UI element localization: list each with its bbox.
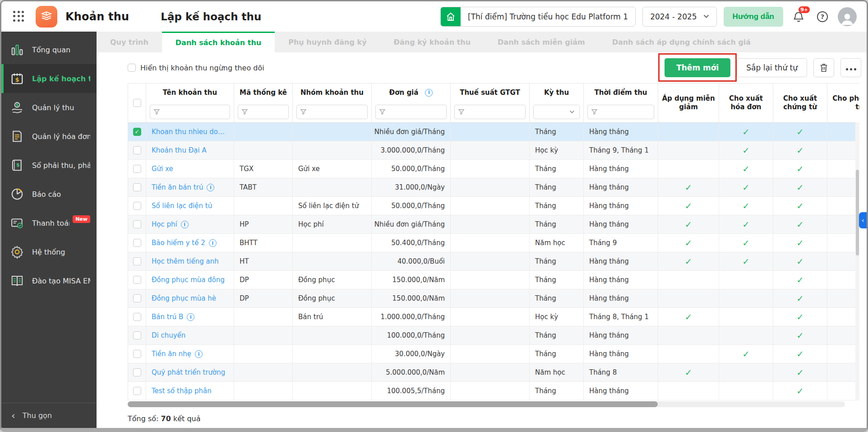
row-checkbox[interactable] bbox=[133, 331, 141, 339]
checkbox[interactable] bbox=[128, 64, 136, 72]
fee-name-link[interactable]: Khoan thu nhieu don gia bbox=[152, 128, 228, 136]
fee-name-link[interactable]: Tiền ăn bán trú bbox=[152, 183, 203, 191]
fee-name-link[interactable]: Tiền ăn nhẹ bbox=[152, 350, 191, 358]
sidebar-item-invoice[interactable]: Quản lý hóa đơn bbox=[1, 122, 97, 151]
sidebar-collapse-button[interactable]: ‹ Thu gọn bbox=[1, 403, 97, 428]
table-row[interactable]: ✓Khoan thu nhieu don giaNhiều đơn giá/Th… bbox=[128, 123, 859, 141]
period-filter-select[interactable] bbox=[533, 105, 580, 119]
group-filter-input[interactable] bbox=[296, 105, 368, 119]
table-row[interactable]: Khoản thu Đại A3.000.000,0/ThángHọc kỳTh… bbox=[128, 141, 859, 160]
table-row[interactable]: Đồng phục mùa hèDPĐồng phục150.000,0/Năm… bbox=[128, 289, 859, 308]
cell-exempt bbox=[658, 382, 719, 400]
row-checkbox[interactable] bbox=[133, 183, 141, 191]
tab-2[interactable]: Danh sách khoản thu bbox=[162, 32, 275, 52]
fee-name-link[interactable]: Học thêm tiếng anh bbox=[152, 257, 219, 265]
horizontal-scrollbar-thumb[interactable] bbox=[128, 401, 658, 407]
table-row[interactable]: Học phíiHPHọc phíNhiều đơn giá/ThángThán… bbox=[128, 215, 859, 234]
table-row[interactable]: Học thêm tiếng anhHT40.000,0/BuổiThángHà… bbox=[128, 252, 859, 271]
fee-name-link[interactable]: Sổ liên lạc điện tử bbox=[152, 202, 212, 210]
table-row[interactable]: Bảo hiểm y tế 2iBHTT50.400,0/ThángNăm họ… bbox=[128, 234, 859, 252]
vat-filter-input[interactable] bbox=[454, 105, 526, 119]
info-icon[interactable]: i bbox=[209, 239, 217, 247]
app-grid-icon[interactable] bbox=[13, 11, 25, 23]
row-checkbox[interactable] bbox=[133, 294, 141, 302]
cell-name: Sổ liên lạc điện tử bbox=[146, 197, 234, 215]
sidebar-item-pie-chart[interactable]: Báo cáo bbox=[1, 180, 97, 209]
table-row[interactable]: Test số thập phân100.005,5/ThángThángHàn… bbox=[128, 382, 859, 400]
table-row[interactable]: Tiền ăn bán trúiTABT31.000,0/NgàyThángHà… bbox=[128, 178, 859, 197]
delete-button[interactable] bbox=[813, 58, 834, 77]
fee-name-link[interactable]: Khoản thu Đại A bbox=[152, 146, 207, 154]
fee-name-link[interactable]: Bảo hiểm y tế 2 bbox=[152, 239, 205, 247]
tab-1[interactable]: Quy trình bbox=[97, 32, 162, 52]
price-filter-input[interactable] bbox=[375, 105, 447, 119]
sidebar-item-bar-chart[interactable]: Tổng quan bbox=[1, 35, 97, 64]
user-avatar[interactable] bbox=[838, 7, 857, 26]
show-inactive-checkbox[interactable]: Hiển thị khoản thu ngừng theo dõi bbox=[128, 64, 264, 72]
row-checkbox[interactable] bbox=[133, 276, 141, 284]
fee-name-link[interactable]: Gửi xe bbox=[152, 165, 173, 173]
row-checkbox[interactable] bbox=[133, 387, 141, 395]
sidebar-item-open-book[interactable]: Đào tạo MISA EMIS bbox=[1, 266, 97, 295]
expand-panel-tab[interactable]: ‹ bbox=[859, 212, 867, 228]
person-icon bbox=[840, 11, 855, 26]
sidebar-item-calendar-money[interactable]: $Lập kế hoạch thu bbox=[1, 64, 97, 93]
sidebar-item-hand-coin[interactable]: $Quản lý thu bbox=[1, 93, 97, 122]
info-icon[interactable]: i bbox=[181, 221, 189, 228]
info-icon[interactable]: i bbox=[207, 184, 214, 191]
tab-4[interactable]: Đăng ký khoản thu bbox=[380, 32, 484, 52]
year-selector[interactable]: 2024 - 2025 bbox=[642, 7, 716, 27]
fee-name-link[interactable]: Bán trú B bbox=[152, 313, 183, 321]
table-row[interactable]: Gửi xeTGXGửi xe50.000,0/ThángThángHàng t… bbox=[128, 160, 859, 178]
check-icon: ✓ bbox=[685, 201, 692, 211]
row-checkbox[interactable] bbox=[133, 220, 141, 228]
info-icon[interactable]: i bbox=[187, 313, 194, 321]
sidebar-item-ledger-book[interactable]: $Sổ phải thu, phải trả bbox=[1, 151, 97, 180]
tab-6[interactable]: Danh sách áp dụng chính sách giá bbox=[599, 32, 764, 52]
fee-name-link[interactable]: Test số thập phân bbox=[152, 387, 212, 395]
fee-name-link[interactable]: Đồng phục mùa hè bbox=[152, 294, 216, 302]
tab-3[interactable]: Phụ huynh đăng ký bbox=[275, 32, 380, 52]
notifications-button[interactable]: 9+ bbox=[790, 8, 807, 25]
horizontal-scrollbar[interactable] bbox=[128, 401, 845, 407]
sidebar-item-card-check[interactable]: Thanh toán KDTMNew bbox=[1, 209, 97, 237]
info-icon[interactable]: i bbox=[195, 350, 203, 358]
table-row[interactable]: Đồng phục mùa đôngDPĐồng phục150.000,0/N… bbox=[128, 271, 859, 289]
column-header-time: Thời điểm thu bbox=[584, 84, 658, 122]
fee-name-link[interactable]: Quỹ phát triển trường bbox=[152, 368, 225, 376]
khoan-thu-app-logo-icon[interactable]: $ bbox=[36, 6, 57, 28]
table-row[interactable]: Di chuyển100.000,0/ThángThángHàng tháng✓ bbox=[128, 326, 859, 345]
row-checkbox[interactable] bbox=[133, 165, 141, 173]
check-icon: ✓ bbox=[797, 219, 804, 229]
row-checkbox[interactable] bbox=[133, 202, 141, 210]
guide-button[interactable]: Hướng dẫn bbox=[724, 7, 783, 27]
tab-5[interactable]: Danh sách miễn giảm bbox=[484, 32, 599, 52]
table-row[interactable]: Sổ liên lạc điện tửSổ liên lạc điện tử50… bbox=[128, 197, 859, 215]
info-icon[interactable]: i bbox=[425, 89, 433, 97]
vertical-scrollbar[interactable] bbox=[855, 122, 859, 399]
row-checkbox[interactable] bbox=[133, 350, 141, 358]
table-row[interactable]: Quỹ phát triển trường5.000.000,0/NămNăm … bbox=[128, 363, 859, 382]
more-actions-button[interactable] bbox=[840, 58, 861, 77]
reorder-button[interactable]: Sắp lại thứ tự bbox=[737, 58, 807, 77]
sidebar-item-gear[interactable]: Hệ thống bbox=[1, 237, 97, 266]
school-selector[interactable]: [Thí điểm] Trường tiểu học Edu Platform … bbox=[440, 7, 636, 27]
row-checkbox[interactable] bbox=[133, 146, 141, 154]
select-all-checkbox[interactable] bbox=[133, 99, 141, 107]
row-checkbox[interactable] bbox=[133, 239, 141, 247]
fee-name-link[interactable]: Di chuyển bbox=[152, 331, 185, 339]
vertical-scrollbar-thumb[interactable] bbox=[856, 170, 859, 255]
row-checkbox[interactable] bbox=[133, 313, 141, 321]
help-button[interactable]: ? bbox=[814, 8, 831, 25]
row-checkbox[interactable] bbox=[133, 368, 141, 376]
fee-name-link[interactable]: Học phí bbox=[152, 220, 177, 228]
name-filter-input[interactable] bbox=[150, 105, 230, 119]
open-book-icon bbox=[9, 273, 25, 288]
table-row[interactable]: Tiền ăn nhẹi30.000,0/NgàyThángHàng tháng… bbox=[128, 345, 859, 363]
table-row[interactable]: Bán trú BiBán trú1.000.000,0/ThángHọc kỳ… bbox=[128, 308, 859, 326]
row-checkbox[interactable]: ✓ bbox=[133, 128, 141, 136]
row-checkbox[interactable] bbox=[133, 257, 141, 265]
cell-refund: ✓ bbox=[827, 252, 859, 270]
fee-name-link[interactable]: Đồng phục mùa đông bbox=[152, 276, 225, 284]
add-new-button[interactable]: Thêm mới bbox=[665, 58, 730, 77]
